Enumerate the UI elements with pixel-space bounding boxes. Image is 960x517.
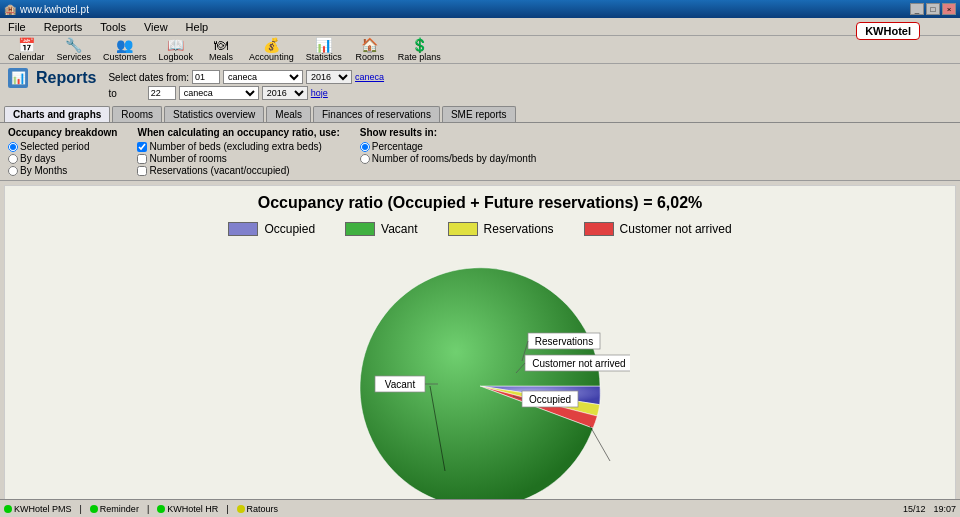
tab-charts-graphs[interactable]: Charts and graphs (4, 106, 110, 122)
tab-sme-reports[interactable]: SME reports (442, 106, 516, 122)
menu-help[interactable]: Help (182, 21, 213, 33)
status-kwhotel-hr: KWHotel HR (157, 504, 218, 514)
show-results-group: Show results in: Percentage Number of ro… (360, 127, 537, 176)
tab-rooms[interactable]: Rooms (112, 106, 162, 122)
checkbox-reservations-input[interactable] (137, 166, 147, 176)
menu-view[interactable]: View (140, 21, 172, 33)
tab-finances[interactable]: Finances of reservations (313, 106, 440, 122)
status-dot-reminder (90, 505, 98, 513)
services-icon: 🔧 (65, 38, 82, 52)
date-from-year[interactable]: 20162017 (306, 70, 352, 84)
status-label-reminder: Reminder (100, 504, 139, 514)
chart-title: Occupancy ratio (Occupied + Future reser… (13, 194, 947, 212)
pie-chart-svg: Vacant Reservations Customer not arrived… (330, 251, 630, 517)
toolbar-logbook-label: Logbook (159, 52, 194, 62)
toolbar-rateplans-label: Rate plans (398, 52, 441, 62)
toolbar-customers[interactable]: 👥 Customers (99, 37, 151, 63)
legend-vacant-label: Vacant (381, 222, 417, 236)
menu-reports[interactable]: Reports (40, 21, 87, 33)
status-separator-3: | (226, 504, 228, 514)
meals-icon: 🍽 (214, 38, 228, 52)
radio-by-months-label: By Months (20, 165, 67, 176)
legend-vacant-color (345, 222, 375, 236)
radio-by-days-input[interactable] (8, 154, 18, 164)
occupancy-breakdown-group: Occupancy breakdown Selected period By d… (8, 127, 117, 176)
checkbox-rooms-input[interactable] (137, 154, 147, 164)
minimize-button[interactable]: _ (910, 3, 924, 15)
when-calculating-title: When calculating an occupancy ratio, use… (137, 127, 339, 138)
toolbar-meals-label: Meals (209, 52, 233, 62)
rateplans-icon: 💲 (411, 38, 428, 52)
status-datetime: 15/12 19:07 (903, 504, 956, 514)
radio-number-rooms-input[interactable] (360, 154, 370, 164)
menu-bar: File Reports Tools View Help (0, 18, 960, 36)
toolbar-calendar[interactable]: 📅 Calendar (4, 37, 49, 63)
toolbar-services[interactable]: 🔧 Services (53, 37, 96, 63)
legend-not-arrived-label: Customer not arrived (620, 222, 732, 236)
chart-area: Occupancy ratio (Occupied + Future reser… (4, 185, 956, 517)
radio-number-rooms-label: Number of rooms/beds by day/month (372, 153, 537, 164)
app-icon: 🏨 (4, 4, 16, 15)
statistics-icon: 📊 (315, 38, 332, 52)
checkbox-reservations: Reservations (vacant/occupied) (137, 165, 339, 176)
title-bar: 🏨 www.kwhotel.pt _ □ × (0, 0, 960, 18)
status-dot-hr (157, 505, 165, 513)
status-bar: KWHotel PMS | Reminder | KWHotel HR | Ra… (0, 499, 960, 517)
logbook-icon: 📖 (167, 38, 184, 52)
status-label-ratours: Ratours (247, 504, 279, 514)
toolbar-rooms-label: Rooms (355, 52, 384, 62)
radio-selected-period: Selected period (8, 141, 117, 152)
toolbar-logbook[interactable]: 📖 Logbook (155, 37, 198, 63)
checkbox-rooms: Number of rooms (137, 153, 339, 164)
occupancy-breakdown-title: Occupancy breakdown (8, 127, 117, 138)
toolbar-statistics-label: Statistics (306, 52, 342, 62)
status-label-pms: KWHotel PMS (14, 504, 72, 514)
menu-file[interactable]: File (4, 21, 30, 33)
date-from-day[interactable] (192, 70, 220, 84)
pie-container: Vacant Reservations Customer not arrived… (13, 246, 947, 517)
reports-header: 📊 Reports (8, 68, 96, 88)
options-panel: Occupancy breakdown Selected period By d… (0, 123, 960, 181)
checkbox-beds-input[interactable] (137, 142, 147, 152)
tab-statistics-overview[interactable]: Statistics overview (164, 106, 264, 122)
date-link-caneca[interactable]: caneca (355, 72, 384, 82)
when-calculating-group: When calculating an occupancy ratio, use… (137, 127, 339, 176)
toolbar-statistics[interactable]: 📊 Statistics (302, 37, 346, 63)
title-bar-text: www.kwhotel.pt (20, 4, 89, 15)
date-to-day[interactable] (148, 86, 176, 100)
status-ratours: Ratours (237, 504, 279, 514)
legend-reservations: Reservations (448, 222, 554, 236)
occupied-label-text: Occupied (529, 394, 571, 405)
radio-by-days: By days (8, 153, 117, 164)
date-from-month[interactable]: canecajaneirofevereiro (223, 70, 303, 84)
customers-icon: 👥 (116, 38, 133, 52)
calendar-icon: 📅 (18, 38, 35, 52)
toolbar-accounting[interactable]: 💰 Accounting (245, 37, 298, 63)
reservations-label-text: Reservations (535, 336, 593, 347)
radio-percentage-input[interactable] (360, 142, 370, 152)
toolbar-rooms[interactable]: 🏠 Rooms (350, 37, 390, 63)
date-to-year[interactable]: 20162017 (262, 86, 308, 100)
title-bar-controls[interactable]: _ □ × (910, 3, 956, 15)
radio-selected-period-input[interactable] (8, 142, 18, 152)
radio-by-months: By Months (8, 165, 117, 176)
radio-by-months-input[interactable] (8, 166, 18, 176)
close-button[interactable]: × (942, 3, 956, 15)
menu-tools[interactable]: Tools (96, 21, 130, 33)
toolbar-rateplans[interactable]: 💲 Rate plans (394, 37, 445, 63)
date-link-hoje[interactable]: hoje (311, 88, 328, 98)
status-separator-2: | (147, 504, 149, 514)
chart-legend: Occupied Vacant Reservations Customer no… (13, 222, 947, 236)
toolbar-accounting-label: Accounting (249, 52, 294, 62)
tab-meals[interactable]: Meals (266, 106, 311, 122)
reports-title: Reports (36, 69, 96, 87)
date-to-month[interactable]: canecajaneiro (179, 86, 259, 100)
toolbar-meals[interactable]: 🍽 Meals (201, 37, 241, 63)
legend-occupied-label: Occupied (264, 222, 315, 236)
reports-icon: 📊 (8, 68, 28, 88)
maximize-button[interactable]: □ (926, 3, 940, 15)
toolbar: 📅 Calendar 🔧 Services 👥 Customers 📖 Logb… (0, 36, 960, 64)
status-separator-1: | (80, 504, 82, 514)
checkbox-beds: Number of beds (excluding extra beds) (137, 141, 339, 152)
legend-customer-not-arrived: Customer not arrived (584, 222, 732, 236)
